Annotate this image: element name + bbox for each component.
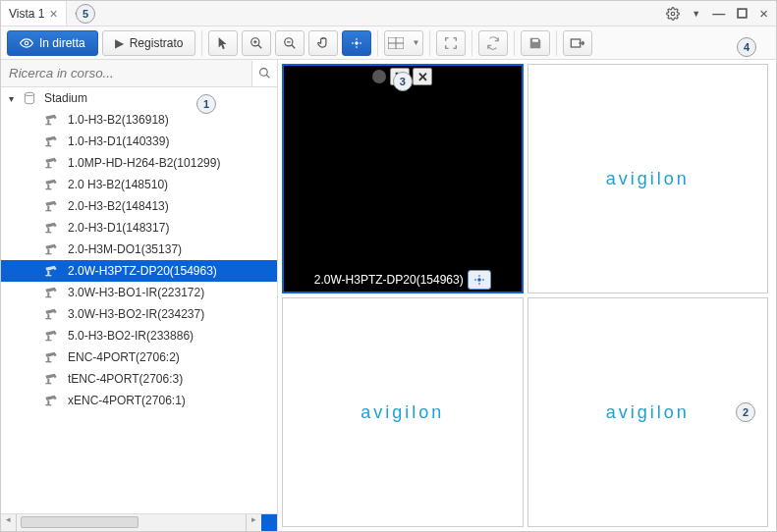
video-pane-4[interactable]: avigilon 2 xyxy=(527,297,769,527)
site-icon xyxy=(23,91,36,105)
svg-rect-40 xyxy=(47,357,49,361)
pan-tool[interactable] xyxy=(308,30,338,56)
refresh-button[interactable] xyxy=(478,30,508,56)
callout-1: 1 xyxy=(196,94,216,114)
window-controls: ▼ — × xyxy=(666,5,776,22)
svg-line-8 xyxy=(292,44,296,48)
camera-row[interactable]: 2.0-H3-B2(148413) xyxy=(1,195,277,217)
close-window-icon[interactable]: × xyxy=(759,5,768,22)
camera-row[interactable]: 2.0 H3-B2(148510) xyxy=(1,174,277,195)
camera-name: 2.0 H3-B2(148510) xyxy=(68,178,168,191)
svg-rect-35 xyxy=(45,296,51,297)
camera-name: 1.0MP-HD-H264-B2(101299) xyxy=(68,156,220,170)
svg-rect-30 xyxy=(47,249,49,253)
recorded-label: Registrato xyxy=(130,36,184,50)
camera-row[interactable]: ENC-4PORT(2706:2) xyxy=(1,346,277,368)
camera-row[interactable]: 1.0-H3-D1(140339) xyxy=(1,131,277,152)
camera-name: xENC-4PORT(2706:1) xyxy=(68,394,186,407)
svg-point-10 xyxy=(356,41,358,43)
svg-rect-20 xyxy=(47,141,49,145)
layout-button[interactable]: ▼ xyxy=(384,30,423,56)
camera-icon xyxy=(44,330,60,342)
video-pane-2[interactable]: avigilon xyxy=(527,64,769,293)
camera-row[interactable]: tENC-4PORT(2706:3) xyxy=(1,368,277,390)
site-row[interactable]: ▾ Stadium xyxy=(1,87,277,109)
live-button[interactable]: In diretta xyxy=(7,30,98,56)
svg-rect-24 xyxy=(47,185,49,188)
play-icon: ▶ xyxy=(115,36,124,50)
sidebar: ▾ Stadium 1.0-H3-B2(136918)1.0-H3-D1(140… xyxy=(1,60,278,531)
svg-rect-26 xyxy=(47,206,49,210)
camera-name: 1.0-H3-D1(140339) xyxy=(68,134,169,148)
camera-row[interactable]: 2.0-H3M-DO1(35137) xyxy=(1,239,277,260)
svg-rect-31 xyxy=(45,253,51,254)
svg-rect-14 xyxy=(572,39,581,47)
svg-rect-34 xyxy=(47,293,49,296)
camera-icon xyxy=(44,157,60,169)
camera-row[interactable]: 2.0W-H3PTZ-DP20(154963) xyxy=(1,260,277,282)
recorded-button[interactable]: ▶ Registrato xyxy=(102,30,196,56)
export-button[interactable] xyxy=(563,30,592,56)
camera-row[interactable]: 3.0W-H3-BO1-IR(223172) xyxy=(1,282,277,303)
search-icon[interactable] xyxy=(251,61,277,86)
close-tab-icon[interactable]: × xyxy=(49,7,57,21)
svg-rect-29 xyxy=(45,232,51,233)
svg-rect-38 xyxy=(47,336,49,340)
zoom-in-tool[interactable] xyxy=(242,30,271,56)
collapse-icon[interactable]: ▾ xyxy=(9,93,19,104)
view-tab[interactable]: Vista 1 × xyxy=(1,1,67,26)
svg-rect-18 xyxy=(47,120,49,124)
camera-row[interactable]: 5.0-H3-BO2-IR(233886) xyxy=(1,325,277,346)
search-input[interactable] xyxy=(1,60,251,86)
camera-row[interactable]: 1.0MP-HD-H264-B2(101299) xyxy=(1,152,277,174)
camera-name: 3.0W-H3-BO2-IR(234237) xyxy=(68,307,204,321)
avigilon-logo: avigilon xyxy=(606,402,690,423)
video-label: 2.0W-H3PTZ-DP20(154963) xyxy=(314,273,464,287)
avigilon-logo: avigilon xyxy=(606,169,690,189)
fullscreen-button[interactable] xyxy=(436,30,466,56)
minimize-icon[interactable]: — xyxy=(712,6,725,21)
svg-rect-25 xyxy=(45,188,51,189)
camera-icon xyxy=(44,179,60,190)
camera-row[interactable]: 1.0-H3-B2(136918) xyxy=(1,109,277,131)
svg-rect-41 xyxy=(45,361,51,362)
video-pane-3[interactable]: avigilon xyxy=(282,297,524,527)
camera-row[interactable]: xENC-4PORT(2706:1) xyxy=(1,390,277,411)
camera-name: 2.0W-H3PTZ-DP20(154963) xyxy=(68,264,217,278)
callout-3: 3 xyxy=(393,72,413,91)
camera-icon xyxy=(44,373,60,385)
svg-rect-44 xyxy=(47,400,49,404)
svg-point-17 xyxy=(25,92,33,96)
camera-name: ENC-4PORT(2706:2) xyxy=(68,350,180,364)
svg-rect-32 xyxy=(47,271,49,275)
callout-2: 2 xyxy=(736,402,755,422)
svg-rect-27 xyxy=(45,210,51,211)
zoom-out-tool[interactable] xyxy=(275,30,305,56)
camera-icon xyxy=(44,222,60,234)
ptz-control-icon[interactable] xyxy=(468,270,491,290)
svg-line-4 xyxy=(258,44,262,48)
save-button[interactable] xyxy=(521,30,550,56)
camera-name: 5.0-H3-BO2-IR(233886) xyxy=(68,329,194,343)
live-label: In diretta xyxy=(39,36,85,50)
camera-icon xyxy=(44,114,60,126)
camera-icon xyxy=(44,287,60,298)
svg-rect-39 xyxy=(45,340,51,341)
svg-rect-36 xyxy=(47,314,49,318)
camera-icon xyxy=(44,395,60,406)
pointer-tool[interactable] xyxy=(208,30,238,56)
camera-icon xyxy=(44,351,60,363)
svg-rect-23 xyxy=(45,167,51,168)
camera-row[interactable]: 2.0-H3-D1(148317) xyxy=(1,217,277,239)
svg-rect-19 xyxy=(45,124,51,125)
video-pane-1[interactable]: ✕ 2.0W-H3PTZ-DP20(154963) 3 xyxy=(282,64,524,293)
svg-point-0 xyxy=(672,12,676,16)
ptz-tool[interactable] xyxy=(342,30,371,56)
close-pane-icon[interactable]: ✕ xyxy=(413,68,432,85)
camera-row[interactable]: 3.0W-H3-BO2-IR(234237) xyxy=(1,303,277,325)
horizontal-scrollbar[interactable]: ◂ ▸ xyxy=(1,513,277,531)
maximize-icon[interactable] xyxy=(737,8,748,19)
svg-rect-28 xyxy=(47,228,49,232)
gear-icon[interactable] xyxy=(666,7,680,21)
camera-name: 1.0-H3-B2(136918) xyxy=(68,113,169,127)
